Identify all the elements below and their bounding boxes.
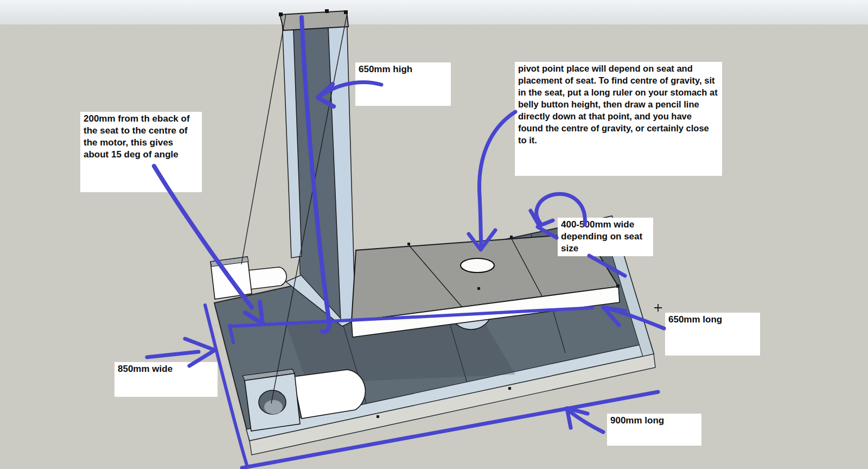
annotation-labels: 650mm high pivot point place will depend…: [0, 0, 868, 469]
label-pivot-note: pivot point place will depend on seat an…: [515, 62, 722, 176]
label-motor-offset: 200mm from th eback of the seat to the c…: [80, 112, 202, 192]
label-seat-height: 650mm high: [355, 62, 451, 106]
label-base-width: 850mm wide: [114, 362, 218, 397]
sketchup-annotated-diagram: 650mm high pivot point place will depend…: [0, 0, 868, 469]
label-seat-width: 400-500mm wide depending on seat size: [558, 218, 653, 256]
label-seat-length: 650mm long: [665, 313, 760, 356]
label-base-length: 900mm long: [607, 414, 701, 446]
